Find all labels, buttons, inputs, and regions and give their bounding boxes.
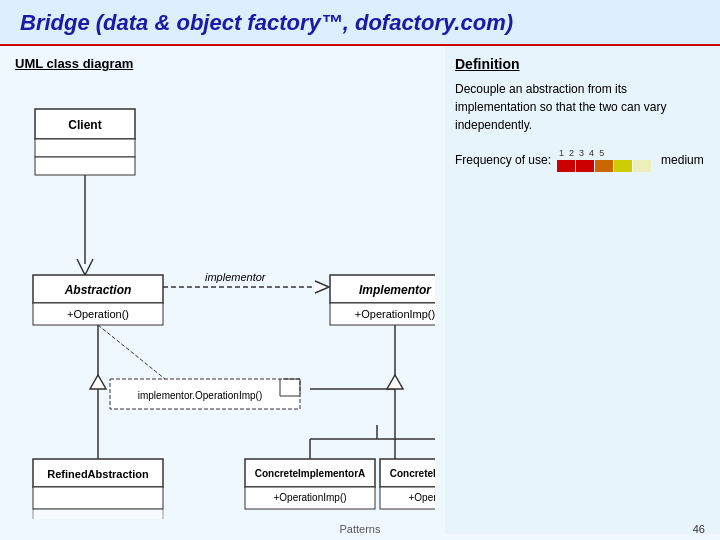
uml-section: UML class diagram Client Abstraction +Op… [0, 46, 445, 534]
svg-marker-17 [90, 375, 106, 389]
frequency-bar-container: 1 2 3 4 5 [557, 148, 651, 172]
freq-bar-1 [557, 160, 575, 172]
slide: Bridge (data & object factory™, dofactor… [0, 0, 720, 540]
svg-rect-21 [33, 509, 163, 519]
svg-text:Implementor: Implementor [359, 283, 432, 297]
content-area: UML class diagram Client Abstraction +Op… [0, 46, 720, 534]
footer-label: Patterns [0, 523, 720, 535]
svg-text:implementor.OperationImp(): implementor.OperationImp() [138, 390, 263, 401]
svg-text:+OperationImp(): +OperationImp() [355, 308, 435, 320]
svg-rect-20 [33, 487, 163, 509]
frequency-numbers: 1 2 3 4 5 [559, 148, 604, 158]
definition-text: Decouple an abstraction from its impleme… [455, 80, 705, 134]
svg-text:ConcreteImplementorB: ConcreteImplementorB [390, 468, 435, 479]
uml-title: UML class diagram [15, 56, 435, 71]
uml-diagram: Client Abstraction +Operation() implemen… [15, 79, 435, 509]
svg-text:+Operation(): +Operation() [67, 308, 129, 320]
frequency-level: medium [661, 153, 704, 167]
frequency-row: Frequency of use: 1 2 3 4 5 [455, 148, 705, 172]
freq-bar-4 [614, 160, 632, 172]
svg-rect-3 [35, 157, 135, 175]
svg-text:ConcreteImplementorA: ConcreteImplementorA [255, 468, 366, 479]
slide-title: Bridge (data & object factory™, dofactor… [20, 10, 700, 36]
freq-bar-2 [576, 160, 594, 172]
freq-bar-3 [595, 160, 613, 172]
svg-text:+OperationImp(): +OperationImp() [273, 492, 346, 503]
definition-title: Definition [455, 56, 705, 72]
svg-text:+OperationImp(): +OperationImp() [408, 492, 435, 503]
svg-text:Abstraction: Abstraction [64, 283, 132, 297]
svg-text:Client: Client [68, 118, 101, 132]
svg-text:implementor: implementor [205, 271, 267, 283]
svg-text:RefinedAbstraction: RefinedAbstraction [47, 468, 149, 480]
svg-marker-25 [387, 375, 403, 389]
frequency-label: Frequency of use: [455, 153, 551, 167]
frequency-bars [557, 160, 651, 172]
definition-section: Definition Decouple an abstraction from … [445, 46, 720, 534]
header: Bridge (data & object factory™, dofactor… [0, 0, 720, 46]
svg-rect-2 [35, 139, 135, 157]
freq-bar-5 [633, 160, 651, 172]
uml-svg: Client Abstraction +Operation() implemen… [15, 79, 435, 519]
page-number: 46 [693, 523, 705, 535]
svg-line-44 [98, 325, 165, 379]
